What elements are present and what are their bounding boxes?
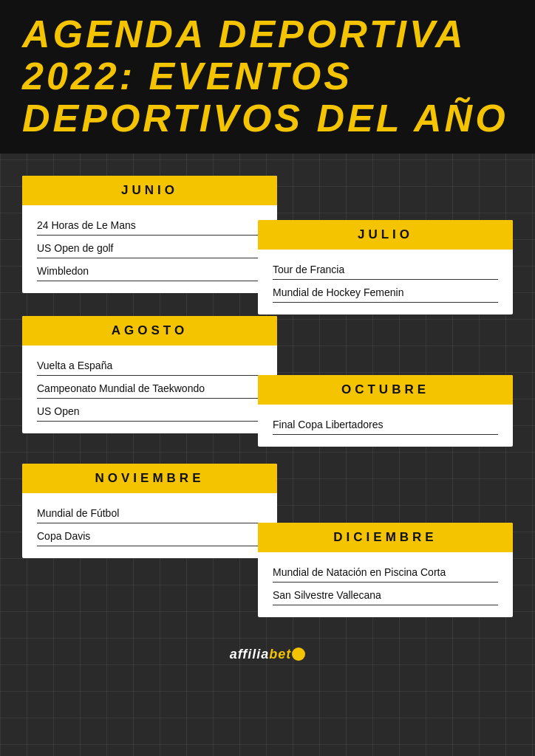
card-octubre: OCTUBRE Final Copa Libertadores [258,375,513,447]
agosto-label: AGOSTO [37,323,262,338]
list-item: US Open [37,402,262,422]
card-noviembre: NOVIEMBRE Mundial de Fútbol Copa Davis [22,464,277,558]
ball-icon [292,647,305,661]
octubre-label: OCTUBRE [273,382,498,397]
card-diciembre: DICIEMBRE Mundial de Natación en Piscina… [258,523,513,617]
list-item: Mundial de Natación en Piscina Corta [273,563,498,583]
logo-text-bet: bet [269,647,291,662]
noviembre-label: NOVIEMBRE [37,471,262,486]
card-octubre-header: OCTUBRE [258,375,513,405]
list-item: Vuelta a España [37,356,262,376]
footer-logo: affiliabet [0,647,535,662]
card-julio: JULIO Tour de Francia Mundial de Hockey … [258,220,513,315]
page-title: AGENDA DEPORTIVA 2022: EVENTOS DEPORTIVO… [22,13,513,140]
diciembre-label: DICIEMBRE [273,530,498,545]
row-agosto-octubre: AGOSTO Vuelta a España Campeonato Mundia… [15,316,520,441]
main-content: JUNIO 24 Horas de Le Mans US Open de gol… [0,154,535,632]
octubre-body: Final Copa Libertadores [258,405,513,447]
list-item: Campeonato Mundial de Taekwondo [37,379,262,399]
page-header: AGENDA DEPORTIVA 2022: EVENTOS DEPORTIVO… [0,0,535,154]
list-item: Mundial de Fútbol [37,504,262,523]
card-junio-header: JUNIO [22,176,277,205]
noviembre-body: Mundial de Fútbol Copa Davis [22,493,277,558]
list-item: San Silvestre Vallecana [273,585,498,605]
julio-label: JULIO [273,227,498,242]
row-junio-julio: JUNIO 24 Horas de Le Mans US Open de gol… [15,176,520,294]
card-diciembre-header: DICIEMBRE [258,523,513,552]
list-item: Final Copa Libertadores [273,415,498,435]
diciembre-body: Mundial de Natación en Piscina Corta San… [258,552,513,617]
footer: affiliabet [0,639,535,677]
list-item: Copa Davis [37,526,262,546]
julio-body: Tour de Francia Mundial de Hockey Femeni… [258,250,513,315]
card-junio: JUNIO 24 Horas de Le Mans US Open de gol… [22,176,277,293]
card-noviembre-header: NOVIEMBRE [22,464,277,493]
card-julio-header: JULIO [258,220,513,250]
agosto-body: Vuelta a España Campeonato Mundial de Ta… [22,346,277,433]
logo-text-affi: affilia [230,647,270,662]
junio-body: 24 Horas de Le Mans US Open de golf Wimb… [22,205,277,293]
list-item: US Open de golf [37,238,262,258]
card-agosto: AGOSTO Vuelta a España Campeonato Mundia… [22,316,277,433]
row-noviembre-diciembre: NOVIEMBRE Mundial de Fútbol Copa Davis D… [15,464,520,589]
list-item: 24 Horas de Le Mans [37,216,262,236]
list-item: Mundial de Hockey Femenin [273,283,498,303]
list-item: Tour de Francia [273,260,498,280]
list-item: Wimbledon [37,261,262,281]
junio-label: JUNIO [37,183,262,198]
card-agosto-header: AGOSTO [22,316,277,346]
